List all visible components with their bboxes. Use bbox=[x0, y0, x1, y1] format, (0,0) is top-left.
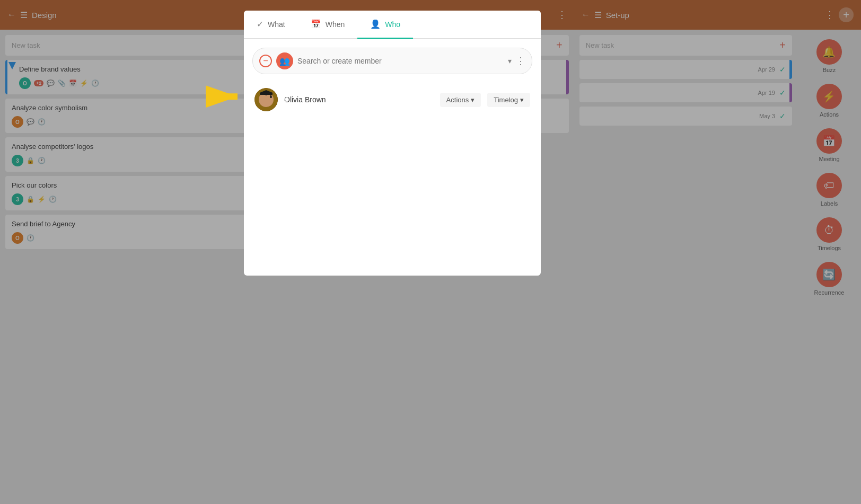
when-tab-icon: 📅 bbox=[311, 19, 321, 29]
who-tab-icon: 👤 bbox=[370, 19, 381, 29]
search-more-icon[interactable]: ⋮ bbox=[516, 55, 525, 67]
search-member-input[interactable] bbox=[297, 57, 504, 65]
member-row: Olivia Brown Actions ▾ Timelog ▾ bbox=[252, 83, 532, 117]
tab-what[interactable]: ✓ What bbox=[244, 11, 298, 39]
timelog-dropdown-label: Timelog bbox=[494, 96, 518, 104]
who-tab-label: Who bbox=[385, 20, 400, 29]
user-icon: 👥 bbox=[276, 52, 293, 69]
member-avatar bbox=[254, 88, 278, 111]
what-tab-icon: ✓ bbox=[257, 19, 263, 29]
search-row: − 👥 ▾ ⋮ bbox=[252, 48, 532, 74]
what-tab-label: What bbox=[268, 20, 285, 29]
actions-chevron-icon: ▾ bbox=[471, 96, 475, 104]
svg-point-7 bbox=[270, 96, 272, 98]
actions-dropdown-label: Actions bbox=[446, 96, 469, 104]
arrow-pointer bbox=[206, 82, 253, 111]
tab-who[interactable]: 👤 Who bbox=[357, 11, 413, 39]
member-avatar-img bbox=[254, 88, 278, 111]
timelog-chevron-icon: ▾ bbox=[520, 96, 524, 104]
modal-tabs: ✓ What 📅 When 👤 Who bbox=[244, 11, 541, 39]
tab-when[interactable]: 📅 When bbox=[298, 11, 358, 39]
search-chevron-icon: ▾ bbox=[508, 57, 512, 65]
when-tab-label: When bbox=[326, 20, 345, 29]
modal-body: − 👥 ▾ ⋮ bbox=[244, 39, 541, 125]
actions-dropdown[interactable]: Actions ▾ bbox=[440, 93, 481, 107]
modal-overlay: Design New Logo - #17 - Add new logo ✓ W… bbox=[0, 0, 861, 504]
who-modal: Design New Logo - #17 - Add new logo ✓ W… bbox=[244, 11, 541, 276]
member-name: Olivia Brown bbox=[284, 95, 434, 104]
timelog-dropdown[interactable]: Timelog ▾ bbox=[487, 93, 530, 107]
remove-member-button[interactable]: − bbox=[259, 55, 272, 67]
